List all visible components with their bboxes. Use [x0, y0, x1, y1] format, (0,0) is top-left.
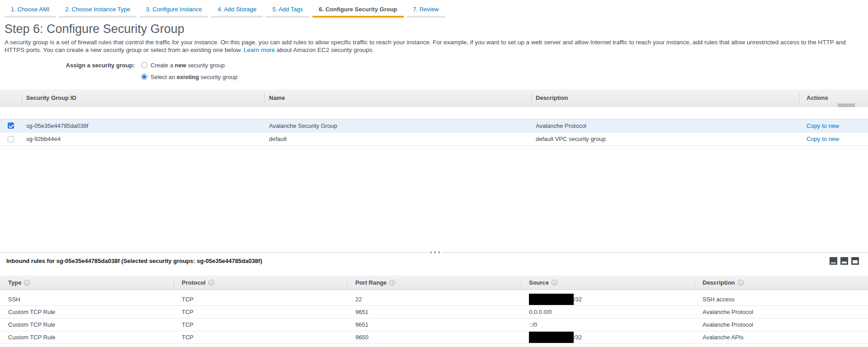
inbound-rule-row: Custom TCP Rule TCP 9651 ::/0 Avalanche … [0, 319, 868, 331]
cell-protocol: TCP [174, 334, 347, 341]
inbound-rules-title: Inbound rules for sg-05e35e44785da038f (… [6, 258, 262, 264]
info-icon[interactable]: i [552, 280, 557, 286]
expanded-view-icon[interactable] [851, 257, 859, 265]
inbound-rules-table-header: Typei Protocoli Port Rangei Sourcei Desc… [0, 276, 868, 290]
radio-create-new-pre: Create a [151, 62, 175, 69]
redacted-ip-block [529, 294, 574, 305]
radio-select-existing-label: Select an existing security group [151, 74, 237, 80]
col-header-actions: Actions [799, 89, 868, 106]
table-row-default-sg[interactable]: sg-92bb44e4 default default VPC security… [0, 132, 868, 146]
radio-create-new-label: Create a new security group [151, 62, 225, 69]
info-icon[interactable]: i [24, 280, 30, 286]
cell-type: Custom TCP Rule [0, 309, 174, 315]
cell-name: default [264, 136, 531, 142]
cell-source: ::/0 [521, 321, 694, 328]
cell-name: Avalanche Security Group [264, 122, 531, 129]
cell-description: Avalanche Protocol [694, 309, 868, 315]
cell-protocol: TCP [174, 321, 347, 328]
assign-security-group-form: Assign a security group: Create a new se… [0, 59, 868, 83]
cell-protocol: TCP [174, 296, 347, 303]
inbound-rules-header-bar: Inbound rules for sg-05e35e44785da038f (… [0, 253, 868, 265]
cell-protocol: TCP [174, 309, 347, 315]
tab-add-storage[interactable]: 4. Add Storage [211, 5, 263, 18]
tab-configure-instance[interactable]: 3. Configure Instance [140, 5, 208, 18]
cell-description: Avalanche APIs [694, 334, 868, 341]
cell-port-range: 9651 [347, 321, 521, 328]
empty-space [0, 146, 868, 252]
radio-create-new-bold: new [175, 62, 186, 69]
tab-choose-instance-type[interactable]: 2. Choose Instance Type [59, 5, 137, 18]
cell-description: default VPC security group [531, 136, 799, 142]
cell-port-range: 22 [347, 296, 521, 303]
copy-to-new-link[interactable]: Copy to new [807, 122, 839, 129]
inbound-rule-row: SSH TCP 22 /32 SSH access [0, 293, 868, 306]
col-header-description: Descriptioni [694, 276, 868, 290]
cell-actions: Copy to new [799, 122, 868, 129]
source-suffix: /32 [574, 334, 582, 341]
medium-view-icon[interactable] [840, 257, 848, 265]
compact-view-icon[interactable] [830, 257, 837, 265]
assign-row-create-new: Assign a security group: Create a new se… [0, 59, 868, 71]
tab-configure-security-group[interactable]: 6. Configure Security Group [312, 5, 403, 18]
info-icon[interactable]: i [208, 280, 214, 286]
resize-handle[interactable] [428, 251, 442, 253]
select-all-column [0, 89, 22, 106]
assign-label: Assign a security group: [0, 62, 138, 69]
info-icon[interactable]: i [738, 280, 744, 286]
col-header-port-range: Port Rangei [347, 276, 521, 290]
learn-more-link[interactable]: Learn more [244, 47, 275, 53]
cell-security-group-id: sg-92bb44e4 [22, 136, 264, 142]
security-group-table-header: Security Group ID Name Description Actio… [0, 89, 868, 107]
checkbox-cell [0, 122, 22, 129]
radio-select-existing-group[interactable] [141, 74, 147, 80]
row-checkbox-checked[interactable] [8, 122, 14, 129]
tab-review[interactable]: 7. Review [407, 5, 445, 18]
cell-port-range: 9651 [347, 309, 521, 315]
wizard-tabbar: 1. Choose AMI 2. Choose Instance Type 3.… [0, 0, 868, 18]
row-checkbox-unchecked[interactable] [8, 136, 14, 142]
scrollbar-thumb[interactable] [838, 103, 855, 107]
view-toggle-group [830, 257, 859, 265]
cell-port-range: 9650 [347, 334, 521, 341]
col-header-source: Sourcei [521, 276, 694, 290]
col-header-security-group-id: Security Group ID [22, 89, 264, 106]
cell-type: SSH [0, 296, 174, 303]
security-group-table-body: sg-05e35e44785da038f Avalanche Security … [0, 119, 868, 146]
col-header-type: Typei [0, 276, 174, 290]
section-divider [0, 252, 868, 253]
cell-type: Custom TCP Rule [0, 321, 174, 328]
inbound-rules-table: Typei Protocoli Port Rangei Sourcei Desc… [0, 276, 868, 344]
cell-source: /32 [521, 294, 694, 305]
cell-description: SSH access [694, 296, 868, 303]
cell-security-group-id: sg-05e35e44785da038f [22, 122, 264, 129]
inbound-rule-row: Custom TCP Rule TCP 9650 /32 Avalanche A… [0, 331, 868, 344]
cell-description: Avalanche Protocol [694, 321, 868, 328]
cell-actions: Copy to new [799, 136, 868, 142]
page-title: Step 6: Configure Security Group [5, 22, 868, 36]
radio-select-existing-post: security group [199, 74, 237, 80]
checkbox-cell [0, 136, 22, 142]
tab-add-tags[interactable]: 5. Add Tags [266, 5, 309, 18]
intro-text-before: A security group is a set of firewall ru… [5, 39, 846, 53]
col-header-protocol: Protocoli [174, 276, 347, 290]
tab-choose-ami[interactable]: 1. Choose AMI [5, 5, 56, 18]
table-row-avalanche-sg[interactable]: sg-05e35e44785da038f Avalanche Security … [0, 119, 868, 132]
assign-row-select-existing: Select an existing security group [0, 71, 868, 83]
cell-description: Avalanche Protocol [531, 122, 799, 129]
redacted-ip-block [529, 332, 574, 343]
radio-create-new-group[interactable] [141, 62, 147, 68]
inbound-rules-table-body: SSH TCP 22 /32 SSH access Custom TCP Rul… [0, 293, 868, 344]
cell-type: Custom TCP Rule [0, 334, 174, 341]
radio-select-existing-bold: existing [177, 74, 199, 80]
intro-paragraph: A security group is a set of firewall ru… [5, 38, 862, 54]
source-suffix: /32 [574, 296, 582, 303]
cell-source: /32 [521, 332, 694, 343]
col-header-description: Description [531, 89, 799, 106]
inbound-rule-row: Custom TCP Rule TCP 9651 0.0.0.0/0 Avala… [0, 306, 868, 319]
copy-to-new-link[interactable]: Copy to new [807, 136, 839, 142]
security-group-table: Security Group ID Name Description Actio… [0, 89, 868, 146]
info-icon[interactable]: i [389, 280, 395, 286]
radio-select-existing-pre: Select an [151, 74, 177, 80]
col-header-name: Name [264, 89, 531, 106]
cell-source: 0.0.0.0/0 [521, 309, 694, 315]
